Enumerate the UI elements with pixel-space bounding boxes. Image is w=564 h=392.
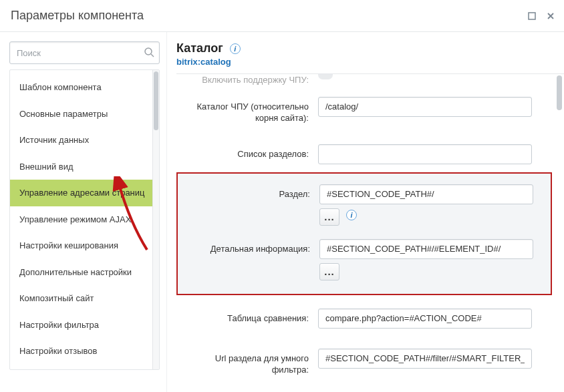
- sidebar-item-cache[interactable]: Настройки кеширования: [10, 232, 159, 259]
- toggle-sef-support[interactable]: [318, 73, 333, 79]
- search-input[interactable]: [9, 41, 160, 64]
- row-detail: Детальная информация: ...: [178, 230, 551, 284]
- search-box: [9, 41, 160, 64]
- label-smart-filter: Url раздела для умного фильтра:: [176, 349, 318, 376]
- sidebar-scrollbar-thumb[interactable]: [154, 71, 158, 130]
- input-detail[interactable]: [319, 239, 533, 259]
- sidebar-item-url-management[interactable]: Управление адресами страниц: [10, 180, 159, 206]
- component-name: bitrix:catalog: [176, 57, 564, 67]
- label-sef-folder: Каталог ЧПУ (относительно корня сайта):: [176, 97, 318, 124]
- params-scrollbar-thumb[interactable]: [557, 75, 562, 110]
- svg-point-1: [145, 48, 152, 55]
- titlebar: Параметры компонента: [0, 0, 564, 32]
- row-compare: Таблица сравнения:: [176, 302, 552, 334]
- highlighted-block: Раздел: ... i Детальная информация:: [176, 172, 552, 295]
- search-icon: [144, 47, 154, 59]
- label-section: Раздел:: [178, 184, 319, 200]
- input-sections[interactable]: [318, 144, 532, 164]
- sidebar-item-additional[interactable]: Дополнительные настройки: [10, 259, 159, 286]
- row-section: Раздел: ... i: [178, 180, 551, 230]
- sidebar-item-composite[interactable]: Композитный сайт: [10, 285, 159, 312]
- label-detail: Детальная информация:: [178, 239, 319, 255]
- sidebar-item-actions[interactable]: Настройки действий: [10, 365, 159, 369]
- page-title: Каталог: [176, 41, 223, 55]
- close-button[interactable]: [544, 9, 557, 23]
- params-scrollbar[interactable]: [555, 75, 562, 391]
- main-panel: Каталог i bitrix:catalog Включить поддер…: [167, 32, 564, 392]
- row-sef-support: Включить поддержку ЧПУ:: [176, 73, 552, 91]
- input-smart-filter[interactable]: [318, 349, 532, 369]
- label-compare: Таблица сравнения:: [176, 309, 318, 325]
- input-compare[interactable]: [318, 309, 532, 329]
- label-sef-support: Включить поддержку ЧПУ:: [176, 73, 318, 86]
- svg-line-2: [151, 54, 154, 57]
- maximize-button[interactable]: [525, 9, 539, 23]
- button-detail-browse[interactable]: ...: [319, 263, 339, 280]
- svg-rect-0: [529, 13, 535, 19]
- nav-list: Шаблон компонента Основные параметры Ист…: [10, 70, 159, 369]
- sidebar-item-data-source[interactable]: Источник данных: [10, 127, 159, 154]
- sidebar-item-template[interactable]: Шаблон компонента: [10, 74, 159, 101]
- sidebar-scrollbar[interactable]: [152, 70, 159, 369]
- sidebar: Шаблон компонента Основные параметры Ист…: [0, 32, 167, 392]
- sidebar-item-main-params[interactable]: Основные параметры: [10, 101, 159, 128]
- sidebar-item-reviews[interactable]: Настройки отзывов: [10, 338, 159, 365]
- row-sections: Список разделов:: [176, 130, 552, 170]
- window-title: Параметры компонента: [11, 9, 144, 23]
- row-smart-filter: Url раздела для умного фильтра:: [176, 334, 552, 381]
- info-icon-section[interactable]: i: [346, 210, 357, 220]
- button-section-browse[interactable]: ...: [319, 208, 339, 226]
- info-icon[interactable]: i: [230, 43, 241, 54]
- sidebar-item-filter[interactable]: Настройки фильтра: [10, 312, 159, 339]
- sidebar-item-ajax[interactable]: Управление режимом AJAX: [10, 206, 159, 233]
- input-sef-folder[interactable]: [318, 97, 532, 117]
- sidebar-item-appearance[interactable]: Внешний вид: [10, 154, 159, 180]
- input-section[interactable]: [319, 184, 533, 204]
- row-sef-folder: Каталог ЧПУ (относительно корня сайта):: [176, 91, 552, 130]
- label-sections: Список разделов:: [176, 144, 318, 160]
